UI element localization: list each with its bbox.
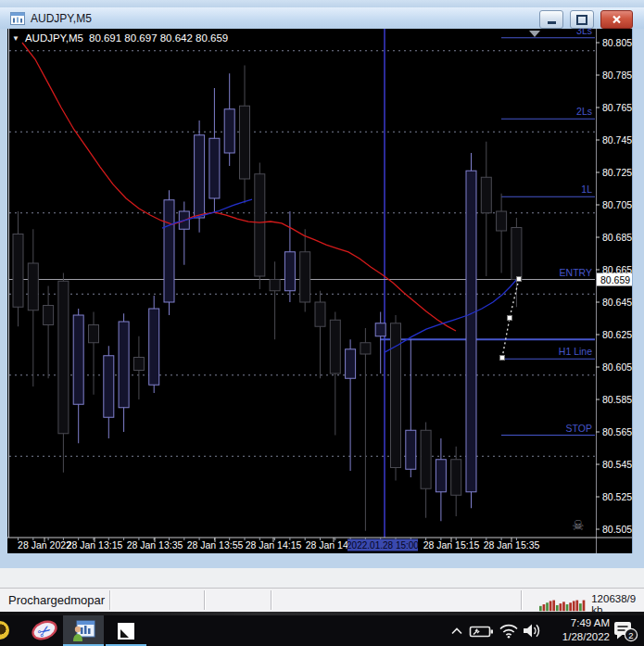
tray-volume[interactable]: [522, 615, 543, 646]
svg-text:80.645: 80.645: [602, 297, 632, 308]
battery-charging-icon: [469, 623, 494, 640]
svg-text:80.505: 80.505: [602, 524, 632, 535]
chart-header: ▼ AUDJPY,M5 80.691 80.697 80.642 80.659: [12, 32, 228, 44]
svg-text:H1 Line: H1 Line: [559, 346, 592, 357]
taskbar-item-metatrader[interactable]: [63, 615, 104, 646]
window-border-top: [0, 0, 644, 7]
svg-text:3Ls: 3Ls: [576, 29, 592, 36]
svg-text:80.659: 80.659: [600, 274, 630, 285]
svg-text:80.685: 80.685: [602, 232, 632, 243]
svg-text:80.725: 80.725: [602, 167, 632, 178]
connection-bars-icon: [539, 598, 586, 612]
tray-battery[interactable]: [469, 615, 494, 646]
taskbar-item-sticky-notes[interactable]: [106, 615, 146, 646]
partial-app-icon[interactable]: [0, 621, 9, 640]
tray-wifi[interactable]: [499, 615, 519, 646]
chart-window-icon: [10, 12, 25, 25]
minimize-icon: [548, 21, 556, 24]
speaker-icon: [522, 622, 543, 640]
taskbar-item-cutter-app[interactable]: ✂: [26, 615, 63, 646]
svg-text:28 Jan 15:35: 28 Jan 15:35: [484, 539, 540, 551]
notification-icon: 2: [612, 619, 638, 643]
notification-badge: 2: [628, 629, 633, 640]
sticky-note-icon: [117, 622, 135, 640]
svg-text:80.765: 80.765: [602, 102, 632, 113]
chart-ohlc: 80.691 80.697 80.642 80.659: [89, 32, 228, 44]
svg-text:1L: 1L: [581, 184, 592, 195]
status-divider: [109, 590, 110, 610]
svg-text:80.585: 80.585: [602, 394, 632, 405]
close-button[interactable]: [600, 10, 633, 29]
window-border-bottom: [0, 553, 644, 568]
status-divider: [271, 590, 271, 610]
svg-text:80.705: 80.705: [602, 199, 632, 210]
restore-icon: [576, 15, 587, 25]
price-chart[interactable]: 3Ls2Ls1LENTRYH1 LineSTOP☠80.80580.78580.…: [7, 29, 632, 553]
svg-text:28 Jan 2022: 28 Jan 2022: [18, 539, 71, 551]
svg-text:28 Jan 14:15: 28 Jan 14:15: [246, 539, 302, 551]
desktop-screen: AUDJPY,M5 3Ls2Ls1LENTRYH1 LineSTOP☠80.80…: [0, 0, 644, 646]
status-bar: Prochargedmopar 120638/9 kb: [0, 588, 644, 613]
restore-button[interactable]: [570, 10, 594, 29]
minimize-button[interactable]: [539, 10, 563, 29]
svg-text:ENTRY: ENTRY: [560, 267, 592, 278]
window-titlebar[interactable]: AUDJPY,M5: [0, 7, 644, 30]
svg-text:80.525: 80.525: [602, 491, 632, 502]
wifi-icon: [499, 623, 519, 639]
close-icon: [612, 15, 622, 24]
scissors-app-icon: ✂: [31, 618, 58, 644]
svg-text:28 Jan 13:55: 28 Jan 13:55: [187, 539, 244, 551]
svg-text:80.745: 80.745: [602, 134, 632, 146]
svg-text:80.785: 80.785: [602, 70, 632, 81]
svg-text:28 Jan 15:15: 28 Jan 15:15: [423, 539, 480, 551]
svg-text:80.625: 80.625: [602, 329, 632, 340]
svg-text:☠: ☠: [572, 517, 584, 533]
tray-clock[interactable]: 7:49 AM 1/28/2022: [545, 616, 610, 644]
chevron-up-icon: [450, 627, 463, 636]
svg-text:80.605: 80.605: [602, 361, 632, 373]
svg-text:2Ls: 2Ls: [576, 106, 592, 117]
svg-text:28 Jan 13:35: 28 Jan 13:35: [127, 539, 183, 551]
svg-text:80.565: 80.565: [602, 426, 632, 437]
svg-text:28 Jan 13:15: 28 Jan 13:15: [67, 539, 123, 551]
clock-time: 7:49 AM: [545, 616, 610, 630]
clock-date: 1/28/2022: [545, 630, 610, 644]
chart-symbol: AUDJPY,M5: [25, 32, 83, 44]
metatrader-icon: [71, 620, 95, 642]
svg-text:80.545: 80.545: [602, 459, 632, 470]
action-center-button[interactable]: 2: [610, 615, 641, 646]
tray-chevron[interactable]: [450, 615, 463, 646]
taskbar: ✂: [0, 615, 644, 646]
svg-text:80.805: 80.805: [602, 37, 632, 48]
window-title: AUDJPY,M5: [31, 12, 92, 25]
status-divider: [521, 590, 522, 610]
status-divider: [204, 590, 205, 610]
svg-text:STOP: STOP: [566, 423, 592, 434]
window-border-right: [632, 29, 644, 568]
svg-text:2022.01.28 15:00: 2022.01.28 15:00: [347, 540, 419, 551]
status-account-name: Prochargedmopar: [8, 593, 105, 607]
quote-expand-icon[interactable]: ▼: [12, 34, 19, 43]
